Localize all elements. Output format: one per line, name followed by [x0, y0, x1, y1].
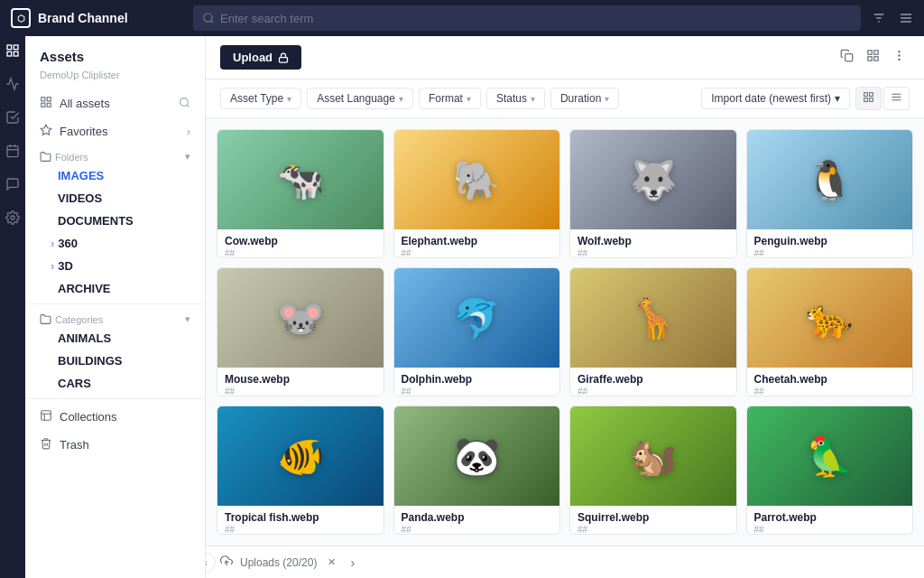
asset-card-tropical-fish[interactable]: 🐠 Tropical fish.webp ## Tropical fish ar…	[217, 406, 384, 535]
more-icon-btn[interactable]	[889, 45, 910, 70]
sidebar-item-trash[interactable]: Trash	[25, 431, 205, 459]
asset-thumb: 🐧	[747, 130, 913, 229]
sort-label: Import date (newest first)	[711, 92, 831, 105]
svg-rect-10	[7, 51, 12, 56]
asset-card-cow[interactable]: 🐄 Cow.webp ## Cows are large domesticate…	[217, 129, 384, 258]
svg-rect-8	[7, 45, 12, 50]
filter-status-label: Status	[496, 92, 527, 105]
grid-icon-btn[interactable]	[863, 45, 883, 70]
asset-thumb: 🦒	[570, 268, 736, 368]
sidebar-folder-archive[interactable]: ARCHIVE	[25, 277, 205, 300]
nav-chat-icon[interactable]	[5, 177, 20, 194]
asset-name: Penguin.webp	[754, 235, 906, 247]
all-assets-icon	[40, 96, 52, 111]
filter-duration[interactable]: Duration ▾	[550, 88, 619, 109]
asset-tags: ##	[578, 387, 729, 396]
sidebar-category-buildings[interactable]: BUILDINGS	[25, 350, 205, 372]
sidebar-title: Assets	[25, 36, 205, 68]
asset-info: Elephant.webp ## Elephants are the large…	[394, 229, 560, 258]
copy-icon-btn[interactable]	[836, 45, 857, 70]
filter-format-label: Format	[429, 92, 463, 105]
asset-name: Cow.webp	[225, 235, 376, 247]
asset-card-squirrel[interactable]: 🐿️ Squirrel.webp ## Squirrels are nimble…	[569, 406, 737, 535]
folders-group[interactable]: Folders ▾	[25, 145, 205, 164]
asset-name: Giraffe.webp	[578, 373, 729, 386]
expand-uploads-btn[interactable]: ›	[346, 552, 358, 573]
asset-card-elephant[interactable]: 🐘 Elephant.webp ## Elephants are the lar…	[393, 129, 561, 258]
toolbar-right	[836, 45, 910, 70]
filter-asset-language[interactable]: Asset Language ▾	[307, 88, 413, 109]
sidebar-folder-images[interactable]: IMAGES	[25, 164, 205, 187]
svg-point-32	[899, 55, 900, 56]
3d-arrow: ›	[51, 259, 54, 273]
filter-asset-type-label: Asset Type	[230, 92, 283, 105]
categories-group[interactable]: Categories ▾	[25, 308, 205, 327]
asset-card-mouse[interactable]: 🐭 Mouse.webp ## Mice are tiny, ubiquitou…	[217, 267, 384, 396]
filter-asset-type[interactable]: Asset Type ▾	[220, 88, 301, 109]
sidebar-category-animals[interactable]: ANIMALS	[25, 327, 205, 350]
upload-button[interactable]: Upload	[220, 45, 301, 70]
filter-format[interactable]: Format ▾	[419, 88, 481, 109]
asset-tags: ##	[225, 387, 376, 396]
sidebar-item-favorites[interactable]: Favorites ›	[25, 117, 205, 145]
asset-thumb: 🐆	[747, 268, 913, 368]
all-assets-search[interactable]	[179, 97, 190, 111]
asset-name: Squirrel.webp	[578, 511, 729, 524]
search-bar[interactable]	[193, 5, 861, 31]
divider-1	[25, 303, 205, 304]
asset-thumb: 🐠	[217, 406, 383, 506]
nav-tasks-icon[interactable]	[5, 110, 20, 127]
search-input[interactable]	[220, 12, 852, 25]
360-arrow: ›	[51, 237, 54, 250]
nav-calendar-icon[interactable]	[5, 144, 20, 161]
view-toggle	[855, 87, 910, 110]
filter-status[interactable]: Status ▾	[486, 88, 545, 109]
svg-line-22	[187, 105, 189, 107]
asset-card-panda[interactable]: 🐼 Panda.webp ## Giant pandas are distinc…	[393, 406, 561, 535]
sidebar-folder-360[interactable]: ›360	[25, 232, 205, 255]
asset-thumb: 🐺	[570, 130, 736, 229]
nav-analytics-icon[interactable]	[5, 77, 20, 94]
asset-card-penguin[interactable]: 🐧 Penguin.webp ## Penguins are distincti…	[746, 129, 914, 258]
asset-card-cheetah[interactable]: 🐆 Cheetah.webp ## Cheetahs are renowned …	[746, 267, 914, 396]
asset-language-chevron: ▾	[399, 94, 403, 104]
asset-name: Dolphin.webp	[402, 373, 553, 386]
asset-name: Tropical fish.webp	[225, 511, 376, 524]
sidebar-folder-videos[interactable]: VIDEOS	[25, 187, 205, 210]
brand-name: Brand Channel	[38, 11, 128, 25]
sidebar-folder-3d[interactable]: ›3D	[25, 255, 205, 277]
sidebar-folder-documents[interactable]: DOCUMENTS	[25, 210, 205, 232]
svg-point-31	[899, 51, 900, 52]
favorites-arrow: ›	[187, 125, 190, 138]
asset-name: Cheetah.webp	[754, 373, 906, 386]
sidebar-item-collections[interactable]: Collections	[25, 403, 205, 431]
nav-settings-icon[interactable]	[5, 210, 20, 228]
asset-tags: ##	[754, 525, 906, 535]
sidebar-item-all-assets[interactable]: All assets	[25, 89, 205, 117]
svg-rect-12	[7, 146, 18, 157]
sidebar-collapse-btn[interactable]: ‹	[206, 553, 216, 573]
asset-thumb: 🐭	[217, 268, 383, 368]
svg-rect-37	[870, 98, 873, 102]
asset-info: Parrot.webp ## Parrots are vibrant, inte…	[747, 506, 913, 535]
filter-icon[interactable]	[872, 11, 886, 25]
close-uploads-btn[interactable]: ✕	[324, 553, 339, 572]
menu-icon[interactable]	[899, 11, 913, 25]
favorites-label: Favorites	[60, 125, 107, 138]
list-view-btn[interactable]	[883, 87, 910, 110]
asset-tags: ##	[754, 248, 906, 258]
filter-asset-language-label: Asset Language	[317, 92, 395, 105]
asset-card-giraffe[interactable]: 🦒 Giraffe.webp ## Giraffes are the world…	[569, 267, 737, 396]
grid-view-btn[interactable]	[855, 87, 882, 110]
status-chevron: ▾	[531, 94, 535, 104]
asset-thumb: 🐘	[394, 130, 560, 229]
svg-rect-30	[874, 57, 878, 61]
asset-card-wolf[interactable]: 🐺 Wolf.webp ## Wolves are large predator…	[569, 129, 737, 258]
nav-assets-icon[interactable]	[5, 43, 20, 61]
sidebar-category-cars[interactable]: CARS	[25, 372, 205, 395]
asset-card-dolphin[interactable]: 🐬 Dolphin.webp ## Dolphins are highly in…	[393, 267, 561, 396]
asset-card-parrot[interactable]: 🦜 Parrot.webp ## Parrots are vibrant, in…	[746, 406, 914, 535]
svg-rect-17	[42, 98, 45, 101]
sort-button[interactable]: Import date (newest first) ▾	[701, 88, 850, 109]
folders-chevron: ▾	[185, 151, 190, 163]
